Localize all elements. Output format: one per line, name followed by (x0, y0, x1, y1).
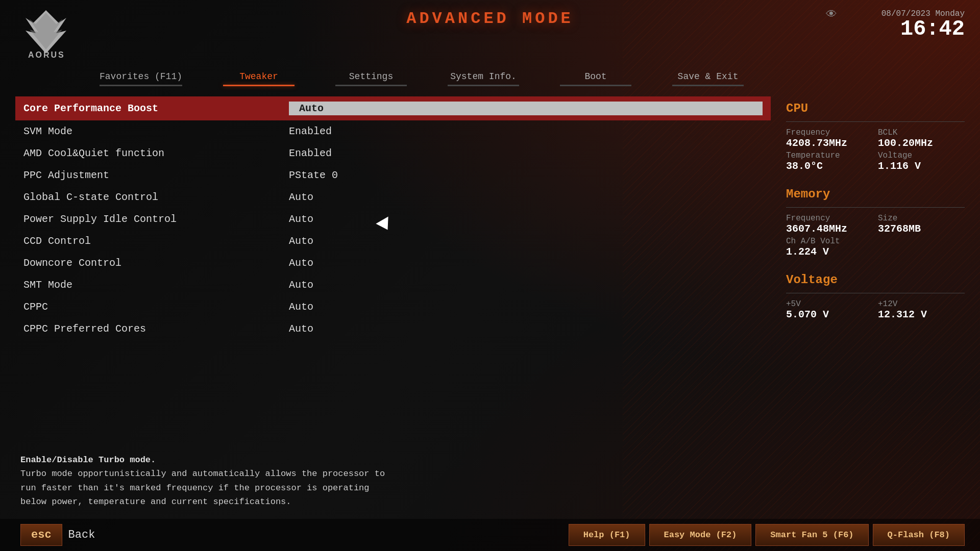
tab-boot[interactable]: Boot (540, 71, 652, 86)
tab-settings[interactable]: Settings (315, 71, 427, 86)
eye-icon: 👁 (826, 8, 837, 21)
setting-power-supply-idle[interactable]: Power Supply Idle Control Auto (15, 208, 771, 230)
right-info-panel: CPU Frequency 4208.73MHz BCLK 100.20MHz … (771, 96, 965, 340)
setting-amd-cool-quiet[interactable]: AMD Cool&Quiet function Enabled (15, 142, 771, 164)
bottom-area: Enable/Disable Turbo mode. Turbo mode op… (0, 443, 980, 551)
bottom-buttons: esc Back Help (F1) Easy Mode (F2) Smart … (0, 519, 980, 551)
setting-core-performance-boost[interactable]: Core Performance Boost Auto (15, 96, 771, 120)
easy-mode-button[interactable]: Easy Mode (F2) (649, 524, 752, 546)
setting-svm-mode[interactable]: SVM Mode Enabled (15, 120, 771, 142)
esc-button[interactable]: esc (20, 524, 62, 546)
help-button[interactable]: Help (F1) (569, 524, 645, 546)
qflash-button[interactable]: Q-Flash (F8) (873, 524, 965, 546)
page-title: ADVANCED MODE (406, 9, 574, 28)
svg-text:AORUS: AORUS (28, 51, 65, 59)
aorus-logo: AORUS (15, 5, 77, 61)
back-label: Back (68, 529, 95, 541)
setting-cppc-preferred-cores[interactable]: CPPC Preferred Cores Auto (15, 318, 771, 340)
tab-favorites[interactable]: Favorites (F11) (79, 71, 203, 86)
cpu-section: CPU Frequency 4208.73MHz BCLK 100.20MHz … (786, 102, 965, 172)
smart-fan-button[interactable]: Smart Fan 5 (F6) (755, 524, 868, 546)
setting-ccd-control[interactable]: CCD Control Auto (15, 230, 771, 252)
settings-list: Core Performance Boost Auto SVM Mode Ena… (15, 96, 771, 340)
setting-cppc[interactable]: CPPC Auto (15, 296, 771, 318)
memory-section: Memory Frequency 3607.48MHz Size 32768MB… (786, 187, 965, 258)
voltage-section: Voltage +5V 5.070 V +12V 12.312 V (786, 273, 965, 320)
help-text-area: Enable/Disable Turbo mode. Turbo mode op… (0, 443, 408, 519)
datetime-display: 08/07/2023 Monday 16:42 (881, 9, 965, 40)
tab-save-exit[interactable]: Save & Exit (652, 71, 764, 86)
setting-downcore-control[interactable]: Downcore Control Auto (15, 252, 771, 274)
tab-tweaker[interactable]: Tweaker (203, 71, 315, 86)
svg-marker-1 (29, 13, 63, 49)
setting-global-cstate[interactable]: Global C-state Control Auto (15, 186, 771, 208)
setting-ppc-adjustment[interactable]: PPC Adjustment PState 0 (15, 164, 771, 186)
setting-smt-mode[interactable]: SMT Mode Auto (15, 274, 771, 296)
tab-system-info[interactable]: System Info. (427, 71, 540, 86)
navigation-tabs: Favorites (F11) Tweaker Settings System … (0, 71, 980, 86)
settings-panel: Core Performance Boost Auto SVM Mode Ena… (15, 96, 771, 340)
